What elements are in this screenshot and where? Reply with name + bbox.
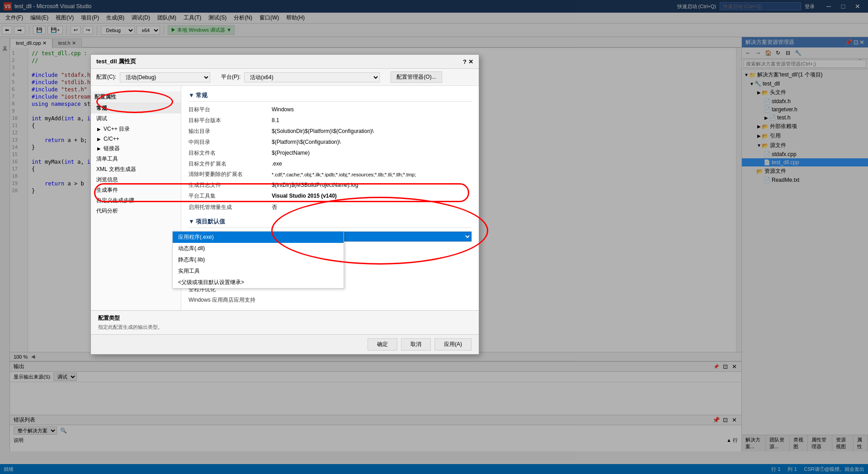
minimize-button[interactable]: ─ [822, 1, 835, 11]
output-pin-btn[interactable]: 📌 [712, 363, 720, 370]
platform-select[interactable]: 活动(x64) x64 x86 [244, 72, 380, 82]
dropdown-item-dll[interactable]: 动态库(.dll) [173, 243, 344, 254]
se-undock-btn[interactable]: ⊡ [854, 39, 859, 46]
status-col: 列 1 [788, 466, 797, 473]
tree-manifest[interactable]: 清单工具 [91, 154, 181, 164]
se-test-dll-cpp[interactable]: 📄 test_dll.cpp [742, 158, 868, 166]
headers-label: 头文件 [770, 89, 786, 96]
se-search-input[interactable] [744, 60, 866, 68]
debug-mode-dropdown[interactable]: Debug Release [101, 26, 135, 35]
se-stdafx-h[interactable]: 📄 stdafx.h [742, 97, 868, 105]
menu-team[interactable]: 团队(M) [154, 13, 180, 23]
se-back-btn[interactable]: ← [744, 48, 753, 57]
menu-analyze[interactable]: 分析(N) [230, 13, 256, 23]
save-btn[interactable]: 💾 [33, 26, 46, 34]
tree-custom[interactable]: 自定义生成步骤 [91, 195, 181, 206]
tab-class[interactable]: 类视图 [790, 435, 807, 451]
tab-solution[interactable]: 解决方案... [742, 435, 766, 451]
menu-edit[interactable]: 编辑(E) [27, 13, 52, 23]
login-link[interactable]: 登录 [805, 3, 815, 10]
menu-project[interactable]: 项目(P) [77, 13, 103, 23]
tree-debug[interactable]: 调试 [91, 114, 181, 124]
tab-props[interactable]: 属性 [854, 435, 868, 451]
se-collapse-btn[interactable]: ⊟ [783, 48, 793, 57]
output-source-select[interactable]: 调试 [53, 373, 77, 381]
scrollbar-vertical[interactable] [736, 48, 741, 352]
se-refs[interactable]: ▶ 📂 引用 [742, 131, 868, 141]
tree-general[interactable]: 常规 [91, 103, 181, 114]
run-debugger-btn[interactable]: ▶ 本地 Windows 调试器 ▼ [168, 25, 235, 35]
error-panel-pin-btn[interactable]: 📌 [712, 417, 720, 424]
se-resources-folder[interactable]: 📂 资源文件 [742, 166, 868, 176]
error-scope-select[interactable]: 整个解决方案 [14, 427, 57, 435]
se-stdafx-cpp[interactable]: 📄 stdafx.cpp [742, 150, 868, 158]
source-icon: 📂 [762, 142, 769, 149]
se-external-deps[interactable]: ▶ 📂 外部依赖项 [742, 122, 868, 131]
platform-dropdown[interactable]: x64 x86 [137, 26, 160, 35]
tab-resource[interactable]: 资源视图 [832, 435, 854, 451]
menu-test[interactable]: 测试(S) [205, 13, 230, 23]
error-search-btn[interactable]: 🔍 [59, 426, 68, 435]
error-sort-btn[interactable]: ▲ 行 [726, 437, 738, 444]
se-targetver-h[interactable]: 📄 targetver.h [742, 105, 868, 114]
se-pin-btn[interactable]: 📌 [845, 39, 853, 46]
tree-events[interactable]: 生成事件 [91, 185, 181, 195]
undo-btn[interactable]: ↩ [71, 26, 81, 34]
se-test-h[interactable]: ▶ 📄 test.h [742, 114, 868, 122]
se-close-btn[interactable]: ✕ [859, 39, 864, 46]
properties-dialog[interactable]: test_dll 属性页 ? ✕ 配置(C): 活动(Debug) Debug … [90, 54, 479, 355]
se-refresh-btn[interactable]: ↻ [774, 48, 783, 57]
menu-help[interactable]: 帮助(H) [283, 13, 308, 23]
config-select[interactable]: 活动(Debug) Debug Release [120, 72, 210, 82]
se-source-folder[interactable]: ▼ 📂 源文件 [742, 141, 868, 150]
modal-close-btn[interactable]: ✕ [468, 58, 473, 65]
output-close-btn[interactable]: ✕ [731, 363, 738, 370]
menu-debug[interactable]: 调试(D) [128, 13, 154, 23]
apply-button[interactable]: 应用(A) [434, 338, 472, 351]
menu-tools[interactable]: 工具(T) [180, 13, 205, 23]
menu-window[interactable]: 窗口(W) [256, 13, 283, 23]
dropdown-item-utility[interactable]: 实用工具 [173, 265, 344, 277]
tree-analysis[interactable]: 代码分析 [91, 206, 181, 216]
tab-test-dll-cpp[interactable]: test_dll.cpp ✕ [10, 38, 52, 48]
config-manager-btn[interactable]: 配置管理器(O)... [391, 71, 442, 83]
dropdown-item-inherit[interactable]: <父级或项目默认设置继承> [173, 277, 344, 288]
tree-linker[interactable]: ▶ 链接器 [91, 143, 181, 154]
se-home-btn[interactable]: 🏠 [764, 48, 773, 57]
se-solution-node[interactable]: ▼ 📁 解决方案'test_dll'(1 个项目) [742, 70, 868, 80]
new-project-btn[interactable]: ⬅ [2, 26, 12, 34]
prop-platform-tools-val: Visual Studio 2015 (v140) [270, 192, 472, 200]
se-project-node[interactable]: ▼ 🔧 test_dll [742, 80, 868, 88]
error-panel-close-btn[interactable]: ✕ [731, 417, 738, 424]
close-button[interactable]: ✕ [851, 1, 864, 11]
error-panel-undock-btn[interactable]: ⊡ [722, 417, 729, 424]
maximize-button[interactable]: □ [836, 1, 850, 11]
cancel-button[interactable]: 取消 [401, 338, 431, 351]
menu-view[interactable]: 视图(V) [52, 13, 77, 23]
tab-test-h[interactable]: test.h ✕ [52, 38, 82, 47]
redo-btn[interactable]: ↪ [83, 26, 93, 34]
modal-help-btn[interactable]: ? [463, 58, 467, 65]
ok-button[interactable]: 确定 [368, 338, 397, 351]
config-type-dropdown-popup[interactable]: 应用程序(.exe) 动态库(.dll) 静态库(.lib) 实用工具 <父级或… [172, 231, 344, 289]
se-forward-btn[interactable]: → [754, 48, 763, 57]
tree-xml-gen[interactable]: XML 文档生成器 [91, 164, 181, 175]
menu-file[interactable]: 文件(F) [2, 13, 27, 23]
solution-icon: 📁 [749, 72, 756, 78]
output-undock-btn[interactable]: ⊡ [722, 363, 729, 370]
tab-team[interactable]: 团队资源... [766, 435, 790, 451]
quick-launch-input[interactable] [720, 2, 801, 10]
save-all-btn[interactable]: 💾+ [47, 26, 63, 34]
tree-browser[interactable]: 浏览信息 [91, 175, 181, 185]
menu-build[interactable]: 生成(B) [103, 13, 128, 23]
tree-cc[interactable]: ▶ C/C++ [91, 134, 181, 143]
se-filter-btn[interactable]: 🔧 [793, 48, 802, 57]
tab-propmanager[interactable]: 属性管理器 [808, 435, 832, 451]
dropdown-item-exe[interactable]: 应用程序(.exe) [173, 232, 344, 243]
se-headers-folder[interactable]: ▶ 📂 头文件 [742, 88, 868, 97]
back-btn[interactable]: ⮕ [14, 26, 25, 34]
se-readme[interactable]: 📄 ReadMe.txt [742, 176, 868, 184]
file-stdafx-cpp: stdafx.cpp [772, 151, 797, 157]
dropdown-item-lib[interactable]: 静态库(.lib) [173, 254, 344, 265]
tree-vc-dirs[interactable]: ▶ VC++ 目录 [91, 124, 181, 134]
